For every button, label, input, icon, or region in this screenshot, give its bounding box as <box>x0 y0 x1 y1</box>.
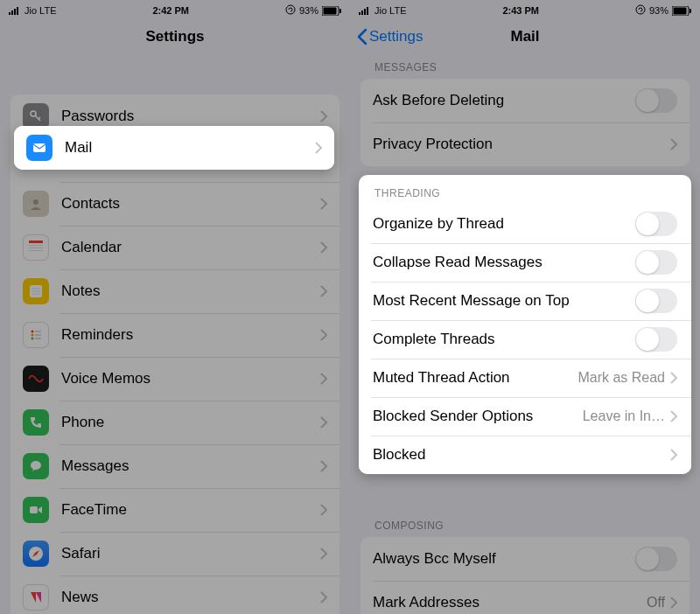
row-complete-threads[interactable]: Complete Threads <box>359 320 691 359</box>
settings-row-phone[interactable]: Phone <box>10 401 340 444</box>
chevron-right-icon <box>670 410 677 422</box>
rotation-lock-icon <box>635 4 646 17</box>
toggle-collapse-read[interactable] <box>635 250 677 275</box>
row-always-bcc[interactable]: Always Bcc Myself <box>360 537 690 581</box>
svg-point-9 <box>33 199 38 205</box>
settings-row-notes[interactable]: Notes <box>10 269 340 313</box>
chevron-right-icon <box>670 372 677 384</box>
carrier-text: Jio LTE <box>24 5 56 16</box>
chevron-right-icon <box>670 597 677 609</box>
nav-title: Mail <box>510 28 539 45</box>
toggle-complete-threads[interactable] <box>635 327 677 352</box>
row-blocked-sender-options[interactable]: Blocked Sender Options Leave in In… <box>359 397 691 436</box>
svg-rect-34 <box>674 7 687 14</box>
settings-row-contacts[interactable]: Contacts <box>10 182 340 226</box>
svg-point-24 <box>31 461 41 470</box>
svg-rect-35 <box>690 9 691 13</box>
svg-rect-6 <box>324 7 337 14</box>
nav-bar: Settings Mail <box>350 17 700 56</box>
row-organize-by-thread[interactable]: Organize by Thread <box>359 205 691 243</box>
svg-rect-3 <box>17 7 18 15</box>
row-collapse-read[interactable]: Collapse Read Messages <box>359 243 691 282</box>
facetime-icon <box>23 497 49 523</box>
toggle-most-recent-top[interactable] <box>635 289 677 313</box>
chevron-right-icon <box>320 504 327 516</box>
news-icon <box>23 584 49 611</box>
status-bar: Jio LTE 2:43 PM 93% <box>350 0 700 17</box>
svg-rect-7 <box>340 9 341 13</box>
mail-icon <box>26 135 52 161</box>
svg-point-19 <box>32 334 34 337</box>
toggle-organize-by-thread[interactable] <box>635 212 677 236</box>
svg-rect-25 <box>30 506 38 513</box>
row-ask-before-deleting[interactable]: Ask Before Deleting <box>360 79 690 122</box>
row-blocked[interactable]: Blocked <box>359 436 691 474</box>
row-most-recent-top[interactable]: Most Recent Message on Top <box>359 282 691 320</box>
settings-screen: Jio LTE 2:42 PM 93% Settings Passwords <box>0 0 350 614</box>
reminders-icon <box>23 322 49 348</box>
settings-row-facetime[interactable]: FaceTime <box>10 488 340 532</box>
messages-icon <box>23 453 49 479</box>
status-time: 2:42 PM <box>152 5 189 16</box>
status-time: 2:43 PM <box>502 5 539 16</box>
section-header-composing: COMPOSING <box>350 506 700 537</box>
svg-rect-13 <box>29 250 43 251</box>
chevron-right-icon <box>670 138 677 150</box>
svg-point-20 <box>32 338 34 340</box>
chevron-right-icon <box>315 142 322 154</box>
nav-title: Settings <box>145 28 204 45</box>
svg-rect-30 <box>364 9 366 15</box>
row-privacy-protection[interactable]: Privacy Protection <box>360 122 690 166</box>
settings-row-voicememos[interactable]: Voice Memos <box>10 357 340 401</box>
notes-icon <box>23 278 49 304</box>
contacts-icon <box>23 191 49 217</box>
battery-icon <box>322 6 341 16</box>
voicememos-icon <box>23 366 49 392</box>
signal-icon <box>359 6 371 15</box>
settings-row-reminders[interactable]: Reminders <box>10 313 340 357</box>
svg-rect-31 <box>367 7 368 15</box>
back-button[interactable]: Settings <box>357 28 423 45</box>
toggle-always-bcc[interactable] <box>635 547 677 571</box>
chevron-right-icon <box>320 591 327 604</box>
settings-row-messages[interactable]: Messages <box>10 444 340 488</box>
chevron-right-icon <box>320 110 327 122</box>
svg-rect-1 <box>11 10 13 15</box>
chevron-right-icon <box>670 449 677 461</box>
safari-icon <box>23 541 49 567</box>
svg-rect-0 <box>9 12 10 15</box>
row-muted-thread-action[interactable]: Muted Thread Action Mark as Read <box>359 359 691 397</box>
battery-percent: 93% <box>649 5 668 16</box>
chevron-right-icon <box>320 460 327 472</box>
chevron-right-icon <box>320 198 327 210</box>
chevron-right-icon <box>320 241 327 254</box>
section-header-threading: THREADING <box>359 175 691 205</box>
nav-bar: Settings <box>0 17 350 56</box>
row-mark-addresses[interactable]: Mark Addresses Off <box>360 581 690 614</box>
svg-rect-27 <box>33 143 46 152</box>
chevron-right-icon <box>320 373 327 385</box>
signal-icon <box>9 6 21 15</box>
highlighted-mail-row: Mail <box>14 126 334 170</box>
status-bar: Jio LTE 2:42 PM 93% <box>0 0 350 17</box>
blocked-sender-value: Leave in In… <box>583 408 665 424</box>
svg-rect-11 <box>29 245 43 246</box>
battery-icon <box>672 6 691 16</box>
svg-rect-12 <box>29 248 43 248</box>
mail-settings-screen: Jio LTE 2:43 PM 93% Settings Mail MESSAG… <box>350 0 700 614</box>
settings-row-safari[interactable]: Safari <box>10 532 340 576</box>
svg-rect-29 <box>361 10 363 15</box>
chevron-right-icon <box>320 548 327 560</box>
phone-icon <box>23 409 49 436</box>
settings-row-news[interactable]: News <box>10 576 340 614</box>
svg-point-4 <box>286 5 295 14</box>
settings-row-calendar[interactable]: Calendar <box>10 226 340 269</box>
settings-row-mail[interactable]: Mail <box>14 126 334 170</box>
svg-point-18 <box>32 331 34 333</box>
chevron-right-icon <box>320 285 327 297</box>
svg-rect-28 <box>359 12 360 15</box>
svg-rect-10 <box>29 241 43 243</box>
toggle-ask-before-deleting[interactable] <box>635 88 677 113</box>
svg-point-32 <box>636 5 645 14</box>
section-header-messages: MESSAGES <box>350 56 700 79</box>
